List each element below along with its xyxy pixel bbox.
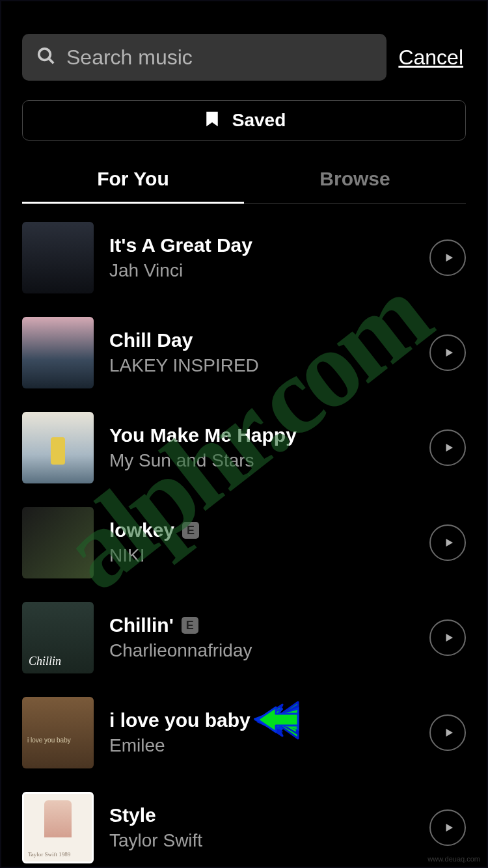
track-row[interactable]: Chill Day LAKEY INSPIRED [22,317,466,388]
album-art [22,412,94,483]
track-title: You Make Me Happy [109,424,297,446]
track-title: It's A Great Day [109,234,252,256]
track-info: Style Taylor Swift [109,804,414,851]
track-info: It's A Great Day Jah Vinci [109,234,414,281]
tabs: For You Browse [22,156,466,204]
track-row[interactable]: You Make Me Happy My Sun and Stars [22,412,466,483]
play-button[interactable] [429,714,466,751]
track-title: Chill Day [109,329,193,351]
track-artist: LAKEY INSPIRED [109,355,414,376]
play-button[interactable] [429,239,466,276]
track-title: i love you baby [109,709,251,731]
track-info: i love you baby Emilee [109,709,414,756]
track-artist: Taylor Swift [109,830,414,851]
svg-line-1 [49,59,53,63]
saved-label: Saved [232,110,286,131]
album-art [22,602,94,673]
explicit-badge: E [182,522,199,539]
album-art [22,317,94,388]
track-row[interactable]: Chillin' E Charlieonnafriday [22,602,466,673]
play-button[interactable] [429,429,466,466]
track-info: You Make Me Happy My Sun and Stars [109,424,414,471]
tab-browse[interactable]: Browse [244,156,466,203]
search-row: Search music Cancel [22,34,466,81]
track-artist: Charlieonnafriday [109,640,414,661]
play-button[interactable] [429,809,466,846]
track-info: Chillin' E Charlieonnafriday [109,614,414,661]
attribution-text: www.deuaq.com [427,855,480,863]
track-title: Style [109,804,156,826]
play-button[interactable] [429,619,466,656]
play-button[interactable] [429,524,466,561]
track-title: lowkey [109,519,174,541]
track-artist: Emilee [109,735,414,756]
track-row[interactable]: i love you baby Emilee [22,697,466,768]
saved-button[interactable]: Saved [22,100,466,141]
album-art [22,792,94,863]
search-input[interactable]: Search music [22,34,386,81]
track-row[interactable]: Style Taylor Swift [22,792,466,863]
track-info: lowkey E NIKI [109,519,414,566]
track-artist: My Sun and Stars [109,450,414,471]
track-info: Chill Day LAKEY INSPIRED [109,329,414,376]
track-artist: Jah Vinci [109,260,414,281]
tab-for-you[interactable]: For You [22,156,244,203]
track-list: It's A Great Day Jah Vinci Chill Day LAK… [22,204,466,863]
album-art [22,697,94,768]
bookmark-icon [202,109,222,131]
search-icon [36,46,56,68]
play-button[interactable] [429,334,466,371]
album-art [22,507,94,578]
explicit-badge: E [182,617,198,634]
album-art [22,222,94,293]
search-placeholder: Search music [66,46,193,70]
track-row[interactable]: lowkey E NIKI [22,507,466,578]
cancel-button[interactable]: Cancel [398,46,466,70]
track-title: Chillin' [109,614,174,636]
track-artist: NIKI [109,545,414,566]
svg-point-0 [39,49,51,61]
track-row[interactable]: It's A Great Day Jah Vinci [22,222,466,293]
